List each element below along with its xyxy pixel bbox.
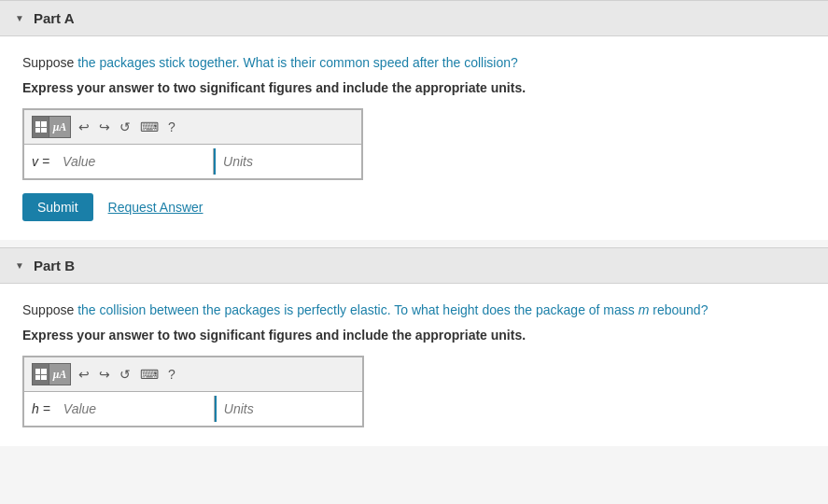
part-a-mu-label: μA — [49, 117, 70, 137]
part-b-units-input[interactable] — [215, 396, 355, 422]
part-b-instruction: Express your answer to two significant f… — [22, 328, 806, 343]
part-b-toolbar: μA ↩ ↪ ↺ ⌨ ? — [24, 357, 362, 392]
part-b-question-highlight1: the collision between the packages is pe… — [77, 302, 708, 317]
part-a-value-input[interactable] — [55, 148, 214, 175]
part-b-input-row: h = — [24, 392, 362, 426]
part-b-format-btn[interactable]: μA — [32, 363, 71, 385]
part-a-question: Suppose the packages stick together. Wha… — [22, 53, 806, 73]
part-a-submit-button[interactable]: Submit — [22, 193, 93, 221]
part-a-help-icon[interactable]: ? — [166, 119, 177, 134]
part-a-undo-icon[interactable]: ↩ — [77, 119, 91, 134]
part-b-undo-icon[interactable]: ↩ — [77, 367, 91, 382]
part-b-section: ▼ Part B Suppose the collision between t… — [0, 247, 828, 446]
part-b-question: Suppose the collision between the packag… — [22, 301, 806, 320]
part-a-reset-icon[interactable]: ↺ — [118, 119, 133, 134]
part-b-collapse-arrow[interactable]: ▼ — [15, 260, 24, 271]
part-a-body: Suppose the packages stick together. Wha… — [0, 36, 828, 240]
part-a-label: Part A — [34, 10, 75, 26]
part-b-value-input[interactable] — [56, 396, 215, 422]
part-a-mini-grid — [35, 121, 47, 133]
part-a-grid-icon — [33, 117, 49, 137]
part-b-label: Part B — [34, 258, 75, 273]
part-b-reset-icon[interactable]: ↺ — [118, 367, 133, 382]
part-a-format-btn[interactable]: μA — [32, 116, 71, 138]
page: ▼ Part A Suppose the packages stick toge… — [0, 0, 828, 504]
part-a-action-row: Submit Request Answer — [22, 193, 806, 221]
part-b-keyboard-icon[interactable]: ⌨ — [138, 367, 161, 382]
part-b-body: Suppose the collision between the packag… — [0, 284, 828, 446]
part-b-mass-var: m — [639, 302, 650, 317]
part-a-input-row: v = — [24, 145, 361, 178]
part-b-redo-icon[interactable]: ↪ — [97, 367, 112, 382]
part-a-collapse-arrow[interactable]: ▼ — [15, 13, 24, 23]
part-a-header: ▼ Part A — [0, 0, 828, 36]
part-a-instruction: Express your answer to two significant f… — [22, 80, 806, 95]
part-b-mu-label: μA — [49, 364, 70, 385]
part-a-question-highlight: the packages stick together. What is the… — [77, 55, 518, 70]
part-a-redo-icon[interactable]: ↪ — [97, 119, 112, 134]
part-b-variable-label: h = — [32, 401, 50, 416]
part-b-header: ▼ Part B — [0, 247, 828, 284]
part-b-grid-icon — [33, 364, 49, 385]
part-a-section: ▼ Part A Suppose the packages stick toge… — [0, 0, 828, 240]
part-a-units-input[interactable] — [214, 148, 354, 175]
part-a-request-answer-link[interactable]: Request Answer — [108, 200, 203, 215]
part-b-answer-box: μA ↩ ↪ ↺ ⌨ ? h = — [22, 356, 364, 427]
part-b-help-icon[interactable]: ? — [166, 367, 177, 382]
part-a-toolbar: μA ↩ ↪ ↺ ⌨ ? — [24, 110, 361, 145]
part-a-variable-label: v = — [32, 154, 49, 169]
part-a-keyboard-icon[interactable]: ⌨ — [138, 119, 161, 134]
part-a-answer-box: μA ↩ ↪ ↺ ⌨ ? v = — [22, 108, 363, 180]
part-b-mini-grid — [35, 369, 47, 380]
